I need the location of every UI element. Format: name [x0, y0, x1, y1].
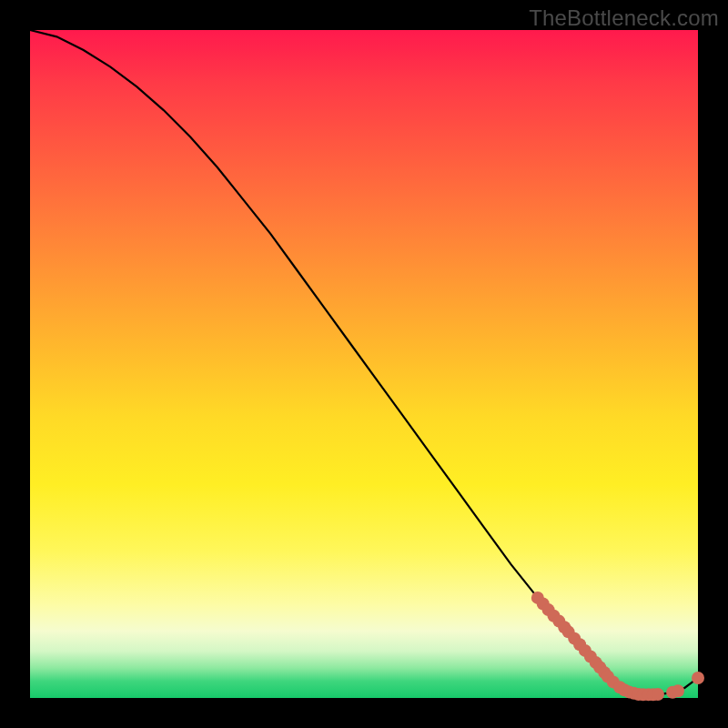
data-points-group: [531, 592, 704, 701]
chart-plot-area: [30, 30, 698, 698]
data-point: [692, 672, 704, 684]
chart-svg: [30, 30, 698, 698]
bottleneck-curve: [30, 30, 698, 694]
chart-frame: TheBottleneck.com: [0, 0, 728, 728]
data-point: [672, 684, 684, 697]
data-point: [652, 688, 664, 701]
watermark-text: TheBottleneck.com: [529, 5, 719, 31]
